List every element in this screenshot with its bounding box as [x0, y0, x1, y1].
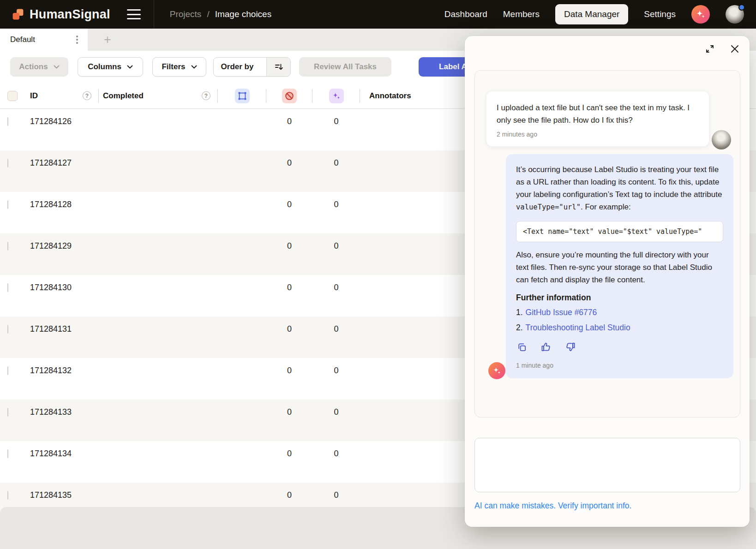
row-id: 171284131 [26, 324, 266, 334]
troubleshooting-link[interactable]: Troubleshooting Label Studio [526, 323, 630, 332]
code-snippet[interactable]: <Text name="text" value="$text" valueTyp… [516, 221, 723, 242]
sort-direction-button[interactable] [266, 57, 290, 77]
user-message-text: I uploaded a text file but I can't see t… [497, 101, 699, 126]
brand-name: HumanSignal [30, 7, 110, 22]
add-view-button[interactable]: + [97, 29, 118, 51]
further-information-heading: Further information [516, 293, 723, 303]
breadcrumb-current-project: Image choices [215, 9, 272, 19]
row-checkbox[interactable] [7, 325, 8, 334]
ai-assistant-button[interactable] [691, 5, 710, 24]
annotations-column-header[interactable] [235, 89, 250, 103]
expand-icon [704, 43, 715, 54]
row-checkbox[interactable] [7, 449, 8, 458]
row-cancelled-count: 0 [312, 241, 360, 251]
row-cancelled-count: 0 [312, 117, 360, 126]
expand-panel-button[interactable] [704, 43, 715, 54]
list-item: 1.GitHub Issue #6776 [516, 308, 723, 317]
column-completed-header[interactable]: Completed [99, 91, 144, 101]
row-id: 171284129 [26, 241, 266, 251]
tab-default[interactable]: Default [0, 29, 88, 51]
row-annotations-count: 0 [266, 283, 312, 292]
row-id: 171284128 [26, 200, 266, 209]
ai-message-time: 1 minute ago [516, 362, 723, 369]
column-annotators-header[interactable]: Annotators [369, 91, 411, 101]
chevron-down-icon [54, 65, 60, 69]
row-annotations-count: 0 [266, 490, 312, 500]
row-checkbox[interactable] [7, 491, 8, 500]
thumbs-down-icon [565, 341, 576, 352]
presence-dot [738, 4, 745, 11]
row-id: 171284134 [26, 449, 266, 459]
filters-dropdown[interactable]: Filters [152, 57, 206, 77]
select-all-checkbox[interactable] [7, 91, 18, 101]
row-cancelled-count: 0 [312, 324, 360, 334]
row-id: 171284135 [26, 490, 266, 500]
nav-settings[interactable]: Settings [644, 9, 676, 19]
row-annotations-count: 0 [266, 407, 312, 417]
user-avatar[interactable] [726, 5, 744, 24]
github-issue-link[interactable]: GitHub Issue #6776 [526, 308, 597, 317]
review-all-tasks-label: Review All Tasks [314, 62, 377, 72]
columns-dropdown[interactable]: Columns [78, 57, 143, 77]
row-cancelled-count: 0 [312, 283, 360, 292]
row-id: 171284130 [26, 283, 266, 292]
nav-data-manager-active[interactable]: Data Manager [555, 4, 628, 24]
tab-default-label: Default [10, 35, 35, 44]
list-number: 2. [516, 323, 523, 332]
thumbs-up-icon [540, 341, 552, 352]
ai-message-paragraph-1: It’s occurring because Label Studio is t… [516, 163, 723, 214]
bounding-box-icon [237, 91, 247, 101]
actions-label: Actions [19, 62, 48, 72]
predictions-column-header[interactable] [329, 89, 344, 103]
row-id: 171284132 [26, 366, 266, 376]
chat-message-input[interactable] [474, 438, 740, 492]
actions-dropdown[interactable]: Actions [10, 57, 68, 77]
row-checkbox[interactable] [7, 159, 8, 167]
thumbs-down-button[interactable] [565, 341, 576, 352]
ai-disclaimer-link[interactable]: AI can make mistakes. Verify important i… [474, 501, 631, 511]
row-annotations-count: 0 [266, 449, 312, 459]
row-checkbox[interactable] [7, 117, 8, 126]
row-cancelled-count: 0 [312, 200, 360, 209]
tab-options-kebab-icon[interactable] [73, 35, 81, 44]
row-id: 171284126 [26, 117, 266, 126]
nav-members[interactable]: Members [503, 9, 540, 19]
sparkles-icon [492, 366, 502, 376]
brand[interactable]: HumanSignal [11, 7, 110, 22]
cancelled-annotations-column-header[interactable] [282, 89, 297, 103]
sparkles-icon [695, 9, 706, 20]
copy-button[interactable] [516, 341, 527, 352]
row-checkbox[interactable] [7, 408, 8, 417]
id-help-icon[interactable]: ? [83, 91, 91, 100]
column-id-header[interactable]: ID [26, 91, 38, 101]
row-checkbox[interactable] [7, 242, 8, 251]
nav-dashboard[interactable]: Dashboard [444, 9, 487, 19]
review-all-tasks-button[interactable]: Review All Tasks [299, 57, 391, 77]
ai-chat-panel: I uploaded a text file but I can't see t… [465, 36, 750, 527]
row-checkbox[interactable] [7, 283, 8, 292]
order-by-label: Order by [214, 62, 261, 72]
row-id: 171284133 [26, 407, 266, 417]
thumbs-up-button[interactable] [540, 341, 552, 352]
order-by-control[interactable]: Order by [213, 57, 291, 77]
sort-icon [274, 62, 284, 72]
row-annotations-count: 0 [266, 241, 312, 251]
hamburger-menu-icon[interactable] [127, 9, 141, 19]
ai-p1-text: It’s occurring because Label Studio is t… [516, 165, 722, 199]
breadcrumb-projects[interactable]: Projects [170, 9, 202, 19]
completed-help-icon[interactable]: ? [202, 91, 210, 100]
row-cancelled-count: 0 [312, 449, 360, 459]
ai-message-avatar [488, 362, 505, 379]
row-checkbox[interactable] [7, 200, 8, 209]
prohibited-icon [284, 91, 294, 101]
row-cancelled-count: 0 [312, 158, 360, 168]
row-checkbox[interactable] [7, 366, 8, 375]
close-panel-button[interactable] [729, 43, 740, 54]
chevron-down-icon [127, 65, 133, 69]
copy-icon [516, 342, 527, 352]
sparkles-icon [331, 91, 342, 101]
row-cancelled-count: 0 [312, 366, 360, 376]
ai-p1-tail: . For example: [581, 203, 631, 211]
reference-links-list: 1.GitHub Issue #6776 2.Troubleshooting L… [516, 308, 723, 333]
row-cancelled-count: 0 [312, 407, 360, 417]
